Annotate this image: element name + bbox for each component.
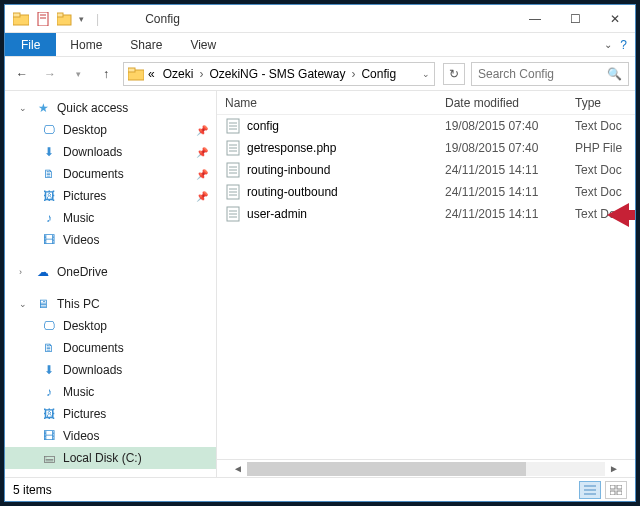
- breadcrumb-seg[interactable]: OzekiNG - SMS Gateway: [205, 67, 349, 81]
- tree-music[interactable]: ♪Music: [5, 207, 216, 229]
- downloads-icon: ⬇: [41, 144, 57, 160]
- music-icon: ♪: [41, 384, 57, 400]
- cloud-icon: ☁: [35, 264, 51, 280]
- file-date: 24/11/2015 14:11: [437, 163, 567, 177]
- navigation-row: ← → ▾ ↑ « Ozeki › OzekiNG - SMS Gateway …: [5, 57, 635, 91]
- quick-access-toolbar: ▾ |: [5, 11, 105, 27]
- forward-button[interactable]: →: [39, 63, 61, 85]
- tree-pc-downloads[interactable]: ⬇Downloads: [5, 359, 216, 381]
- file-type: Text Doc: [567, 185, 635, 199]
- file-icon: [225, 140, 241, 156]
- star-icon: ★: [35, 100, 51, 116]
- chevron-right-icon[interactable]: ›: [349, 67, 357, 81]
- tree-quick-access[interactable]: ⌄★Quick access: [5, 97, 216, 119]
- explorer-window: ▾ | Config — ☐ ✕ File Home Share View ⌄ …: [4, 4, 636, 502]
- navigation-pane: ⌄★Quick access 🖵Desktop📌 ⬇Downloads📌 🗎Do…: [5, 91, 217, 477]
- status-text: 5 items: [13, 483, 52, 497]
- new-folder-icon[interactable]: [57, 11, 73, 27]
- chevron-right-icon[interactable]: ›: [197, 67, 205, 81]
- close-button[interactable]: ✕: [595, 5, 635, 32]
- file-name: user-admin: [247, 207, 307, 221]
- view-buttons: [579, 481, 627, 499]
- breadcrumb-prefix[interactable]: «: [144, 67, 159, 81]
- file-date: 24/11/2015 14:11: [437, 207, 567, 221]
- file-tab[interactable]: File: [5, 33, 56, 56]
- column-headers: Name Date modified Type: [217, 91, 635, 115]
- address-dropdown-icon[interactable]: ⌄: [418, 69, 430, 79]
- ribbon-expand-icon[interactable]: ⌄: [604, 39, 612, 50]
- annotation-arrow: [607, 201, 635, 232]
- refresh-button[interactable]: ↻: [443, 63, 465, 85]
- tree-desktop[interactable]: 🖵Desktop📌: [5, 119, 216, 141]
- tab-home[interactable]: Home: [56, 33, 116, 56]
- music-icon: ♪: [41, 210, 57, 226]
- file-name: getresponse.php: [247, 141, 336, 155]
- tree-onedrive[interactable]: ›☁OneDrive: [5, 261, 216, 283]
- horizontal-scrollbar[interactable]: ◄ ►: [217, 459, 635, 477]
- file-row[interactable]: getresponse.php19/08/2015 07:40PHP File: [217, 137, 635, 159]
- tree-videos[interactable]: 🎞Videos: [5, 229, 216, 251]
- videos-icon: 🎞: [41, 428, 57, 444]
- tree-downloads[interactable]: ⬇Downloads📌: [5, 141, 216, 163]
- file-row[interactable]: routing-inbound24/11/2015 14:11Text Doc: [217, 159, 635, 181]
- minimize-button[interactable]: —: [515, 5, 555, 32]
- address-bar[interactable]: « Ozeki › OzekiNG - SMS Gateway › Config…: [123, 62, 435, 86]
- col-date[interactable]: Date modified: [437, 96, 567, 110]
- file-icon: [225, 162, 241, 178]
- tree-pc-music[interactable]: ♪Music: [5, 381, 216, 403]
- scroll-right-icon[interactable]: ►: [609, 463, 619, 474]
- file-icon: [225, 184, 241, 200]
- pictures-icon: 🖼: [41, 188, 57, 204]
- videos-icon: 🎞: [41, 232, 57, 248]
- scroll-thumb[interactable]: [247, 462, 526, 476]
- maximize-button[interactable]: ☐: [555, 5, 595, 32]
- file-name: config: [247, 119, 279, 133]
- file-row[interactable]: user-admin24/11/2015 14:11Text Doc: [217, 203, 635, 225]
- tab-share[interactable]: Share: [116, 33, 176, 56]
- tree-pc-videos[interactable]: 🎞Videos: [5, 425, 216, 447]
- pin-icon: 📌: [196, 125, 208, 136]
- breadcrumb-seg[interactable]: Ozeki: [159, 67, 198, 81]
- col-type[interactable]: Type: [567, 96, 635, 110]
- body: ⌄★Quick access 🖵Desktop📌 ⬇Downloads📌 🗎Do…: [5, 91, 635, 477]
- col-name[interactable]: Name: [217, 96, 437, 110]
- file-date: 19/08/2015 07:40: [437, 119, 567, 133]
- pin-icon: 📌: [196, 169, 208, 180]
- svg-rect-2: [38, 12, 48, 26]
- desktop-icon: 🖵: [41, 122, 57, 138]
- search-input[interactable]: [478, 67, 622, 81]
- content-pane: Name Date modified Type config19/08/2015…: [217, 91, 635, 477]
- tree-documents[interactable]: 🗎Documents📌: [5, 163, 216, 185]
- tree-pc-pictures[interactable]: 🖼Pictures: [5, 403, 216, 425]
- tab-view[interactable]: View: [176, 33, 230, 56]
- tree-local-disk-c[interactable]: 🖴Local Disk (C:): [5, 447, 216, 469]
- back-button[interactable]: ←: [11, 63, 33, 85]
- up-button[interactable]: ↑: [95, 63, 117, 85]
- folder-icon: [13, 11, 29, 27]
- pin-icon: 📌: [196, 147, 208, 158]
- qat-dropdown-icon[interactable]: ▾: [79, 14, 84, 24]
- search-box[interactable]: 🔍: [471, 62, 629, 86]
- recent-dropdown[interactable]: ▾: [67, 63, 89, 85]
- desktop-icon: 🖵: [41, 318, 57, 334]
- file-type: Text Doc: [567, 163, 635, 177]
- pin-icon: 📌: [196, 191, 208, 202]
- documents-icon: 🗎: [41, 340, 57, 356]
- tree-this-pc[interactable]: ⌄🖥This PC: [5, 293, 216, 315]
- tree-pictures[interactable]: 🖼Pictures📌: [5, 185, 216, 207]
- breadcrumb-seg[interactable]: Config: [357, 67, 400, 81]
- file-row[interactable]: config19/08/2015 07:40Text Doc: [217, 115, 635, 137]
- svg-marker-29: [607, 203, 635, 227]
- help-icon[interactable]: ?: [620, 38, 627, 52]
- large-icons-view-button[interactable]: [605, 481, 627, 499]
- folder-icon: [128, 66, 144, 82]
- file-row[interactable]: routing-outbound24/11/2015 14:11Text Doc: [217, 181, 635, 203]
- details-view-button[interactable]: [579, 481, 601, 499]
- svg-rect-36: [617, 491, 622, 495]
- tree-pc-documents[interactable]: 🗎Documents: [5, 337, 216, 359]
- properties-icon[interactable]: [35, 11, 51, 27]
- file-type: Text Doc: [567, 119, 635, 133]
- scroll-left-icon[interactable]: ◄: [233, 463, 243, 474]
- tree-pc-desktop[interactable]: 🖵Desktop: [5, 315, 216, 337]
- scroll-track[interactable]: [247, 462, 605, 476]
